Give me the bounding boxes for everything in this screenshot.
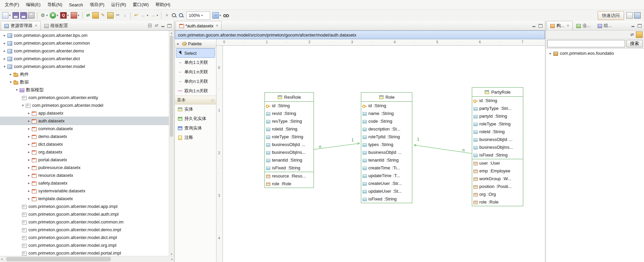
entity-attribute[interactable]: createUser :Str... — [361, 180, 412, 187]
expand-arrow-icon[interactable]: ▸ — [26, 158, 31, 162]
entity-attribute[interactable]: id :String — [265, 102, 314, 110]
zoom-level-select[interactable]: 100% — [186, 11, 210, 20]
tree-item[interactable]: com.primeton.gocom.afcenter.model.org.im… — [0, 241, 169, 249]
expand-arrow-icon[interactable]: ▸ — [26, 150, 31, 154]
expand-arrow-icon[interactable]: ▾ — [8, 80, 13, 84]
scroll-right-icon[interactable]: ▸ — [171, 257, 173, 261]
entity-reference[interactable]: org :Org — [472, 190, 523, 198]
entity-reference[interactable]: position :Positi... — [472, 183, 523, 190]
menu-item[interactable]: Search — [66, 1, 86, 9]
toolbar-button[interactable]: ↓ — [121, 11, 129, 20]
entity-partyrole[interactable]: PartyRole id :String — [472, 87, 523, 206]
tree-item[interactable]: com.primeton.gocom.afcenter.model.portal… — [0, 249, 169, 256]
expand-arrow-icon[interactable]: ▾ — [20, 103, 25, 107]
drawer-pin-icon[interactable]: ◇ — [211, 98, 214, 102]
tree-item[interactable]: ▸ demo.datasetx — [0, 133, 169, 140]
toolbar-button[interactable] — [107, 11, 114, 20]
expand-arrow-icon[interactable]: ▸ — [26, 189, 31, 193]
maximize-icon[interactable] — [166, 23, 172, 28]
tree-item[interactable]: ▾ com.primeton.gocom.afcenter.model — [0, 101, 169, 109]
expand-arrow-icon[interactable]: ▸ — [26, 135, 31, 138]
toolbar-button[interactable] — [178, 11, 185, 20]
tree-item[interactable]: ▸ com.primeton.gocom.afcenter.dict — [0, 55, 169, 63]
entity-attribute[interactable]: updateUser :St... — [361, 187, 412, 195]
perspective-button[interactable] — [626, 11, 634, 20]
sync-icon[interactable]: ⇄ — [629, 32, 635, 38]
expand-arrow-icon[interactable]: ▸ — [26, 197, 31, 200]
palette-tool[interactable]: 单向n:1关联 — [176, 77, 215, 86]
toolbar-button[interactable] — [92, 11, 99, 20]
entity-resrole[interactable]: ResRole id :String — [264, 92, 314, 188]
minimize-icon[interactable] — [160, 23, 166, 28]
perspective-button[interactable] — [634, 11, 641, 20]
tree-item[interactable]: com.primeton.gocom.afcenter.entity — [0, 94, 169, 101]
tree-item[interactable]: ▸ com.primeton.gocom.afcenter.common — [0, 39, 169, 47]
entity-attribute[interactable]: isFixed :String — [472, 151, 523, 159]
entity-attribute[interactable]: tenantId :String — [265, 156, 314, 164]
toolbar-button[interactable] — [170, 11, 178, 20]
toolbar-button[interactable]: ▾ — [49, 11, 60, 20]
palette-tool[interactable]: 持久化实体 — [176, 114, 215, 123]
entity-reference[interactable]: role :Role — [472, 198, 523, 206]
toolbar-button[interactable] — [222, 11, 229, 20]
tree-item[interactable]: ▸ safety.datasetx — [0, 179, 169, 187]
tree-item[interactable]: ▸ 构件 — [0, 70, 169, 78]
collapse-all-icon[interactable] — [147, 23, 153, 28]
expand-arrow-icon[interactable]: ▸ — [26, 119, 31, 123]
tree-item[interactable]: ▸ portal.datasetx — [0, 156, 169, 164]
expand-arrow-icon[interactable]: ▾ — [2, 65, 7, 68]
toolbar-button[interactable]: Q ▾ — [60, 11, 70, 20]
entity-attribute[interactable]: isFixed :String — [361, 195, 412, 203]
entity-header[interactable]: PartyRole — [472, 88, 523, 97]
entity-reference[interactable]: resource :Reso... — [265, 172, 314, 180]
entity-attribute[interactable]: createTime :Ti... — [361, 164, 412, 172]
menu-item[interactable]: 导航(N) — [44, 0, 66, 9]
palette-tool[interactable]: 实体 — [176, 104, 215, 114]
expand-arrow-icon[interactable]: ▸ — [26, 173, 31, 177]
toolbar-button[interactable]: → ▾ — [150, 11, 159, 20]
palette-tool[interactable]: Select — [176, 48, 215, 58]
entity-reference[interactable]: workGroup :W... — [472, 175, 523, 183]
entity-attribute[interactable]: id :String — [472, 97, 523, 104]
entity-header[interactable]: Role — [361, 93, 412, 102]
palette-tool[interactable]: 查询实体 — [176, 123, 215, 133]
search-button[interactable]: 搜索 — [626, 40, 643, 47]
toolbar-button[interactable] — [20, 11, 27, 20]
entity-attribute[interactable]: types :String — [361, 141, 412, 148]
entity-attribute[interactable]: roleId :String — [265, 125, 314, 133]
palette-tool[interactable]: 单向1:n关联 — [176, 67, 215, 77]
entity-attribute[interactable]: resType :String — [265, 117, 314, 125]
search-input[interactable] — [547, 40, 625, 47]
toolbar-button[interactable]: ✂ — [114, 11, 121, 20]
expand-arrow-icon[interactable]: ▾ — [14, 88, 19, 92]
entity-attribute[interactable]: roleType :String — [265, 133, 314, 141]
entity-header[interactable]: ResRole — [265, 93, 314, 102]
toolbar-button[interactable]: ▾ — [70, 11, 80, 20]
toolbar-button[interactable]: × — [163, 11, 170, 20]
entity-attribute[interactable]: resId :String — [265, 110, 314, 117]
expand-arrow-icon[interactable]: ▸ — [26, 166, 31, 169]
entity-reference[interactable]: role :Role — [265, 180, 314, 188]
expand-arrow-icon[interactable]: ▸ — [26, 181, 31, 185]
toolbar-button[interactable]: ⚙ ▾ — [39, 11, 49, 20]
menu-item[interactable]: 帮助(H) — [152, 0, 174, 9]
menu-item[interactable]: 窗口(W) — [130, 0, 152, 9]
close-icon[interactable]: × — [567, 24, 569, 27]
entity-attribute[interactable]: roleTplId :String — [361, 133, 412, 141]
palette-tool[interactable]: 双向1:n关联 — [176, 86, 215, 96]
tree-item[interactable]: ▸ resource.datasetx — [0, 171, 169, 179]
editor-tab[interactable]: *auth.datasetx × — [176, 21, 222, 30]
entity-reference[interactable]: user :User — [472, 159, 523, 167]
close-icon[interactable]: × — [216, 24, 218, 27]
tree-item[interactable]: ▸ common.datasetx — [0, 125, 169, 133]
entity-attribute[interactable]: roleType :String — [472, 120, 523, 128]
expand-arrow-icon[interactable]: ▸ — [548, 51, 553, 55]
tree-item[interactable]: ▾ 数据 — [0, 78, 169, 86]
scrollbar-thumb[interactable] — [170, 35, 173, 137]
entity-attribute[interactable]: name :String — [361, 110, 412, 117]
toolbar-button[interactable]: ▾ — [212, 11, 222, 20]
expand-arrow-icon[interactable]: ▸ — [2, 57, 7, 61]
expand-arrow-icon[interactable]: ▸ — [26, 142, 31, 146]
tree-item[interactable]: com.primeton.gocom.afcenter.model.demo.i… — [0, 226, 169, 234]
tree-item[interactable]: ▾ 数据模型 — [0, 86, 169, 94]
